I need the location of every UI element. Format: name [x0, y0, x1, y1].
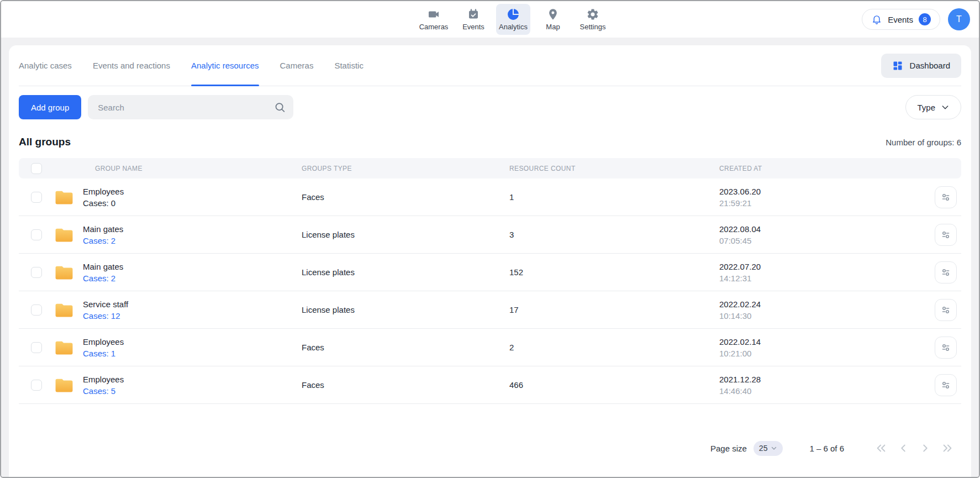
- folder-icon: [54, 227, 74, 243]
- search-input[interactable]: [88, 95, 293, 119]
- select-all-checkbox[interactable]: [31, 163, 42, 174]
- search-field: [88, 95, 293, 119]
- resource-count: 1: [509, 192, 719, 202]
- row-checkbox[interactable]: [31, 267, 42, 278]
- column-header-resource-count: RESOURCE COUNT: [509, 165, 719, 172]
- row-settings-button[interactable]: [935, 261, 957, 283]
- add-group-button[interactable]: Add group: [19, 95, 81, 119]
- tab-cameras[interactable]: Cameras: [280, 45, 314, 86]
- sliders-icon: [940, 304, 951, 316]
- sliders-icon: [940, 229, 951, 240]
- table-row[interactable]: Employees Cases: 0 Faces 1 2023.06.20 21…: [19, 178, 961, 216]
- table-row[interactable]: Main gates Cases: 2 License plates 3 202…: [19, 216, 961, 254]
- nav-item-cameras[interactable]: Cameras: [417, 4, 451, 35]
- sliders-icon: [940, 342, 951, 353]
- row-checkbox[interactable]: [31, 380, 42, 391]
- sliders-icon: [940, 192, 951, 203]
- nav-item-map[interactable]: Map: [536, 4, 570, 35]
- resource-count: 2: [509, 343, 719, 352]
- folder-icon: [54, 264, 74, 281]
- row-checkbox[interactable]: [31, 304, 42, 316]
- toolbar: Add group Type: [19, 95, 961, 119]
- dashboard-grid-icon: [892, 60, 903, 71]
- table-row[interactable]: Main gates Cases: 2 License plates 152 2…: [19, 254, 961, 291]
- tab-statistic[interactable]: Statistic: [334, 45, 363, 86]
- top-bar: Cameras Events Analytics Map: [1, 1, 979, 38]
- folder-icon: [54, 189, 74, 206]
- resource-count: 3: [509, 230, 719, 239]
- group-name: Main gates: [83, 261, 123, 272]
- tab-analytic-cases[interactable]: Analytic cases: [19, 45, 72, 86]
- column-header-groups-type: GROUPS TYPE: [302, 165, 509, 172]
- page-size-value: 25: [759, 444, 768, 453]
- row-settings-button[interactable]: [935, 374, 957, 396]
- row-checkbox[interactable]: [31, 229, 42, 240]
- row-settings-button[interactable]: [935, 224, 957, 246]
- group-type: Faces: [302, 192, 509, 202]
- search-icon[interactable]: [274, 102, 286, 113]
- chevron-left-icon: [897, 442, 909, 454]
- table-row[interactable]: Service staff Cases: 12 License plates 1…: [19, 291, 961, 329]
- topbar-right: Events 8 T: [862, 1, 970, 38]
- tabs-row: Analytic cases Events and reactions Anal…: [19, 45, 961, 86]
- type-filter-dropdown[interactable]: Type: [905, 95, 961, 119]
- page-size-dropdown[interactable]: 25: [754, 441, 783, 456]
- group-cases-link[interactable]: Cases: 5: [83, 385, 124, 397]
- nav-item-analytics[interactable]: Analytics: [496, 4, 530, 35]
- created-date: 2022.07.20: [719, 261, 930, 272]
- nav-label: Cameras: [419, 23, 449, 31]
- group-name: Employees: [83, 374, 124, 385]
- created-time: 10:21:00: [719, 348, 930, 359]
- events-count-badge: 8: [919, 13, 931, 25]
- group-cases-link[interactable]: Cases: 12: [83, 310, 128, 322]
- groups-count-label: Number of groups: 6: [886, 138, 961, 147]
- row-settings-button[interactable]: [935, 186, 957, 208]
- chevron-down-icon: [941, 103, 950, 112]
- row-settings-button[interactable]: [935, 337, 957, 359]
- table-row[interactable]: Employees Cases: 5 Faces 466 2021.12.28 …: [19, 366, 961, 404]
- content-background: Analytic cases Events and reactions Anal…: [1, 38, 979, 477]
- tab-analytic-resources[interactable]: Analytic resources: [191, 45, 259, 86]
- resource-count: 152: [509, 267, 719, 277]
- chevron-right-icon: [919, 442, 931, 454]
- first-page-button[interactable]: [875, 442, 887, 454]
- content-card: Analytic cases Events and reactions Anal…: [9, 45, 971, 477]
- tab-events-and-reactions[interactable]: Events and reactions: [93, 45, 170, 86]
- bell-icon: [871, 14, 882, 25]
- previous-page-button[interactable]: [897, 442, 909, 454]
- groups-table: GROUP NAME GROUPS TYPE RESOURCE COUNT CR…: [19, 158, 961, 404]
- type-filter-label: Type: [917, 103, 935, 112]
- row-checkbox[interactable]: [31, 192, 42, 203]
- user-avatar[interactable]: T: [948, 8, 970, 30]
- chevron-down-icon: [771, 445, 777, 451]
- resource-count: 17: [509, 305, 719, 314]
- group-cases-link[interactable]: Cases: 2: [83, 272, 123, 284]
- next-page-button[interactable]: [919, 442, 931, 454]
- group-cases-link[interactable]: Cases: 1: [83, 348, 124, 359]
- main-nav: Cameras Events Analytics Map: [417, 1, 610, 38]
- created-date: 2023.06.20: [719, 186, 930, 197]
- nav-item-settings[interactable]: Settings: [576, 4, 610, 35]
- table-body: Employees Cases: 0 Faces 1 2023.06.20 21…: [19, 178, 961, 404]
- group-type: License plates: [302, 305, 509, 314]
- dashboard-button[interactable]: Dashboard: [881, 54, 961, 78]
- group-name: Employees: [83, 186, 124, 197]
- video-camera-icon: [427, 8, 440, 21]
- events-button-label: Events: [888, 15, 913, 24]
- created-time: 21:59:21: [719, 197, 930, 209]
- nav-label: Settings: [580, 23, 606, 31]
- created-time: 10:14:30: [719, 310, 930, 322]
- row-settings-button[interactable]: [935, 299, 957, 321]
- calendar-check-icon: [467, 8, 480, 21]
- group-cases-link[interactable]: Cases: 2: [83, 235, 123, 246]
- nav-item-events[interactable]: Events: [456, 4, 491, 35]
- last-page-button[interactable]: [941, 442, 953, 454]
- row-checkbox[interactable]: [31, 342, 42, 353]
- group-cases-text: Cases: 0: [83, 197, 124, 209]
- folder-icon: [54, 377, 74, 393]
- created-date: 2022.02.14: [719, 336, 930, 348]
- sliders-icon: [940, 380, 951, 391]
- group-name: Employees: [83, 336, 124, 348]
- events-notifications-button[interactable]: Events 8: [862, 9, 940, 30]
- table-row[interactable]: Employees Cases: 1 Faces 2 2022.02.14 10…: [19, 329, 961, 366]
